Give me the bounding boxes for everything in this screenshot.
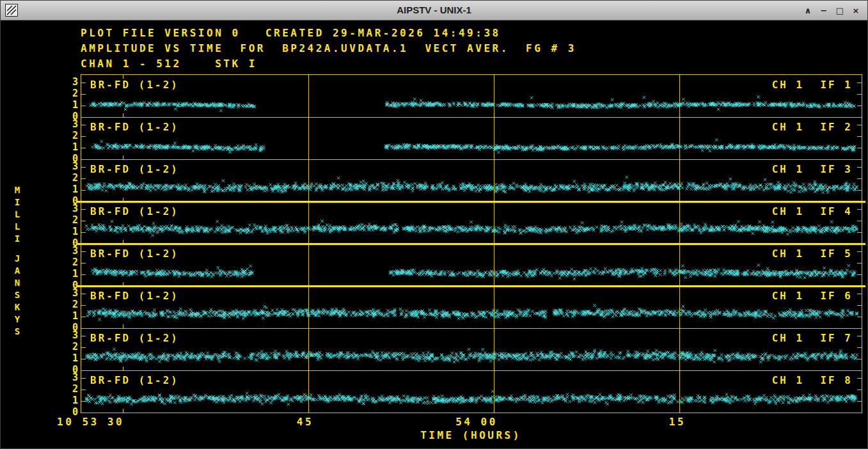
y-axis-title-letter: S bbox=[15, 326, 20, 338]
y-tick-label: 3 bbox=[64, 245, 78, 256]
close-button[interactable]: × bbox=[849, 4, 862, 17]
y-tick-labels: 01230123012301230123012301230123 bbox=[64, 74, 78, 412]
panel-source-label: BR-FD (1-2) bbox=[90, 248, 179, 260]
panel-source-label: BR-FD (1-2) bbox=[90, 205, 179, 217]
y-tick-label: 2 bbox=[64, 130, 78, 141]
y-tick-label: 3 bbox=[64, 372, 78, 383]
y-tick-label: 2 bbox=[64, 383, 78, 395]
x-tick-label-1: 45 bbox=[297, 416, 313, 428]
y-axis-title-letter: Y bbox=[15, 313, 20, 326]
y-tick-label: 1 bbox=[64, 99, 78, 111]
y-axis-title-letter: N bbox=[15, 277, 20, 289]
y-tick-label: 2 bbox=[64, 214, 78, 226]
y-tick-label: 1 bbox=[64, 226, 78, 237]
maximize-button[interactable]: □ bbox=[833, 4, 846, 17]
panel-if-label: CH 1 IF 6 bbox=[772, 290, 853, 302]
window-titlebar[interactable]: AIPSTV - UNIX-1 ∧ − □ × bbox=[1, 1, 867, 20]
y-axis-title-letter: L bbox=[15, 209, 20, 221]
panel-if-label: CH 1 IF 4 bbox=[772, 205, 853, 217]
y-tick-label: 2 bbox=[64, 172, 78, 184]
plot-header-line-3: CHAN 1 - 512 STK I bbox=[81, 58, 257, 70]
y-tick-label: 2 bbox=[64, 88, 78, 99]
y-axis-title-letter: I bbox=[15, 233, 20, 245]
y-tick-label: 2 bbox=[64, 341, 78, 352]
y-axis-title: MILLIJANSKYS bbox=[11, 184, 24, 338]
y-tick-label: 3 bbox=[64, 118, 78, 130]
panel-source-label: BR-FD (1-2) bbox=[90, 79, 179, 91]
panel-if-label: CH 1 IF 2 bbox=[772, 121, 853, 133]
x-axis-title: TIME (HOURS) bbox=[420, 429, 521, 441]
y-tick-label: 1 bbox=[64, 352, 78, 364]
minimize-button[interactable]: − bbox=[817, 4, 830, 17]
panel-if-label: CH 1 IF 5 bbox=[772, 248, 853, 260]
plot-frame: BR-FD (1-2)CH 1 IF 1BR-FD (1-2)CH 1 IF 2… bbox=[81, 74, 862, 413]
panel-source-label: BR-FD (1-2) bbox=[90, 163, 179, 175]
panel-if-label: CH 1 IF 1 bbox=[772, 79, 853, 91]
x-tick-label-3: 15 bbox=[669, 416, 686, 428]
y-tick-label: 3 bbox=[64, 76, 78, 88]
y-tick-label: 2 bbox=[64, 256, 78, 268]
y-tick-label: 1 bbox=[64, 395, 78, 406]
panel-source-label: BR-FD (1-2) bbox=[90, 121, 179, 133]
y-tick-label: 1 bbox=[64, 310, 78, 322]
scatter-points-canvas bbox=[81, 75, 862, 413]
y-axis-title-letter: I bbox=[15, 196, 20, 209]
x-tick-label-2: 54 00 bbox=[455, 416, 498, 428]
y-axis-title-letter: J bbox=[15, 253, 20, 265]
y-axis-title-letter: S bbox=[15, 289, 20, 301]
shade-button[interactable]: ∧ bbox=[801, 4, 814, 17]
aipstv-window: AIPSTV - UNIX-1 ∧ − □ × PLOT FILE VERSIO… bbox=[0, 0, 868, 449]
panel-if-label: CH 1 IF 8 bbox=[772, 374, 853, 386]
y-tick-label: 3 bbox=[64, 287, 78, 299]
y-axis-title-letter: M bbox=[15, 184, 20, 196]
y-tick-label: 3 bbox=[64, 329, 78, 341]
y-tick-label: 1 bbox=[64, 268, 78, 280]
panel-if-label: CH 1 IF 3 bbox=[772, 163, 853, 175]
plot-header-line-1: PLOT FILE VERSION 0 CREATED 29-MAR-2026 … bbox=[81, 27, 501, 39]
window-title: AIPSTV - UNIX-1 bbox=[1, 1, 867, 20]
y-tick-label: 3 bbox=[64, 203, 78, 214]
y-tick-label: 2 bbox=[64, 299, 78, 310]
x-tick-label-0: 10 53 30 bbox=[57, 416, 124, 428]
y-tick-label: 3 bbox=[64, 161, 78, 172]
y-axis-title-letter: A bbox=[15, 265, 20, 277]
y-tick-label: 1 bbox=[64, 141, 78, 153]
y-axis-title-letter: K bbox=[15, 301, 20, 313]
y-tick-label: 1 bbox=[64, 184, 78, 195]
panel-source-label: BR-FD (1-2) bbox=[90, 374, 179, 386]
y-axis-title-letter: L bbox=[15, 221, 20, 233]
window-controls: ∧ − □ × bbox=[801, 1, 862, 20]
panel-if-label: CH 1 IF 7 bbox=[772, 332, 853, 344]
plot-header-line-2: AMPLITUDE VS TIME FOR BP242A.UVDATA.1 VE… bbox=[81, 42, 576, 54]
panel-source-label: BR-FD (1-2) bbox=[90, 332, 179, 344]
panel-source-label: BR-FD (1-2) bbox=[90, 290, 179, 302]
